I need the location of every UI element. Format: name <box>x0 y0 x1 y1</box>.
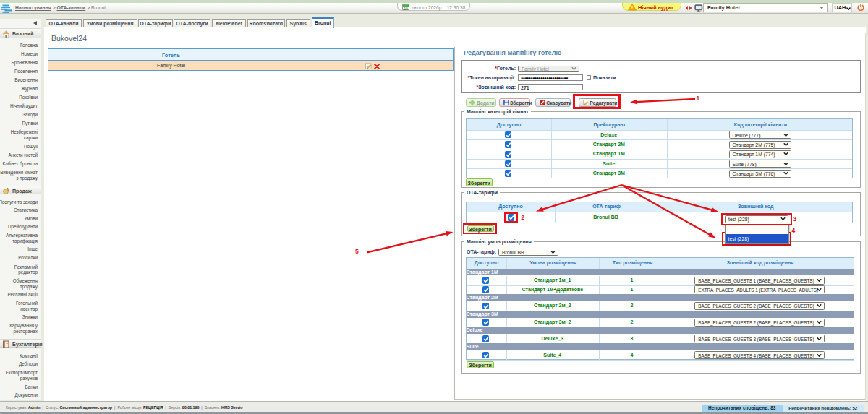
svg-text:!: ! <box>631 5 633 10</box>
